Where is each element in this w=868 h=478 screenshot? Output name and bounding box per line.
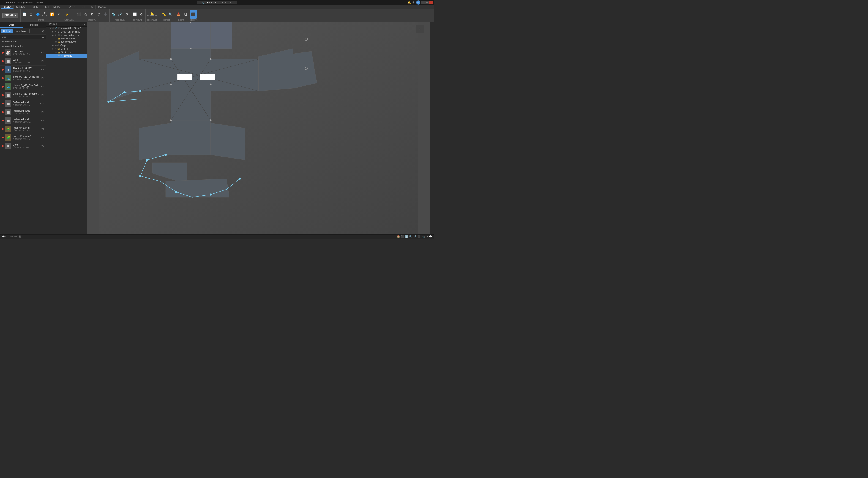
design-dropdown[interactable]: DESIGN ▾ [2, 13, 18, 18]
eye-icon[interactable]: 👁 [58, 55, 60, 57]
eye-icon[interactable]: 👁 [55, 31, 57, 33]
browser-item-bodies[interactable]: ▶ 👁 ▣ Bodies [46, 47, 87, 51]
eye-icon[interactable]: 👁 [55, 48, 57, 50]
tab-solid[interactable]: SOLID [1, 5, 13, 9]
list-item[interactable]: ◼ Lundi 4/22/2024 10:16 PM V1 [0, 57, 45, 65]
tab-utilities[interactable]: UTILITIES [79, 5, 95, 9]
tab-mesh[interactable]: MESH [30, 5, 42, 9]
automate-group-label[interactable]: AUTOMATE ▾ [63, 19, 74, 21]
motion-study-btn[interactable]: ⚙ [124, 10, 130, 19]
fillet-btn[interactable]: ◔ [83, 10, 89, 19]
tab-data[interactable]: Data [0, 22, 23, 28]
user-avatar[interactable]: MF [416, 0, 420, 5]
folder-item-new[interactable]: ▶ New Folder [0, 39, 45, 44]
eye-icon[interactable]: 👁 [55, 34, 57, 36]
eye-icon[interactable]: 👁 [52, 27, 54, 30]
joint-btn[interactable]: 🔗 [117, 10, 123, 19]
view-settings-icon[interactable]: ⚙ [426, 235, 428, 238]
combine-btn[interactable]: ➕ [102, 10, 109, 19]
close-button[interactable]: ✕ [429, 1, 433, 4]
tab-people[interactable]: People [23, 22, 46, 28]
browser-item-named-views[interactable]: — 👁 ▣ Named Views [46, 37, 87, 40]
automate-btn[interactable]: ⚡ [63, 10, 70, 19]
nav-cube[interactable]: ⬛ [415, 25, 424, 38]
construct-group-label[interactable]: CONSTRUCT ▾ [146, 19, 159, 21]
chamfer-btn[interactable]: ◩ [89, 10, 95, 19]
shell-btn[interactable]: ⬡ [96, 10, 102, 19]
browser-collapse-icon[interactable]: ⊳ [81, 23, 83, 25]
display-mode-icon[interactable]: ⬛ [417, 235, 421, 238]
measure-btn[interactable]: 📏 [161, 10, 167, 19]
panel-gear-icon[interactable]: ⚙ [42, 30, 45, 33]
list-item[interactable]: 👟 platform3_v10_ShoeSolid 6/7/2024 6:35 … [0, 74, 45, 83]
modify-group-label[interactable]: MODIFY ▾ [76, 19, 109, 21]
list-item[interactable]: ◼ PhantomAUGUST 8/14/2024 5:30 PM V2 [0, 65, 45, 74]
create-group-label[interactable]: CREATE ▾ [21, 19, 62, 21]
browser-item-selection-sets[interactable]: — 👁 ▣ Selection Sets [46, 40, 87, 44]
tab-plastic[interactable]: PLASTIC [64, 5, 79, 9]
list-item[interactable]: ◼ platform3_v10_ShoeSolid recoveed 6/22/… [0, 91, 45, 99]
home-icon[interactable]: 🏠 [397, 235, 400, 238]
revolve-btn[interactable]: 🔁 [49, 10, 55, 19]
tab-manage[interactable]: MANAGE [95, 5, 111, 9]
list-item[interactable]: ◼ Puffinheadmold3 4/28/2024 11:01 AM V7 [0, 116, 45, 125]
notification-icon[interactable]: 🔔 [407, 1, 411, 4]
press-pull-btn[interactable]: ⬛ [76, 10, 82, 19]
eye-icon[interactable]: 👁 [55, 44, 57, 47]
orbit-icon[interactable]: 🔃 [405, 235, 408, 238]
config-table-btn[interactable]: 📊 [132, 10, 138, 19]
extrude-btn[interactable]: ⬆Extrude [41, 10, 49, 19]
zoom-out-icon[interactable]: 🔎 [413, 235, 416, 238]
document-tab[interactable]: ⬡ PhantomAUGUST v3* ✕ [197, 1, 238, 4]
browser-item-config[interactable]: ▶ 👁 ⬛ Configuration 1 ▾ [46, 33, 87, 37]
construct-plane-btn[interactable]: 📐CONSTRUCT - [146, 10, 159, 19]
browser-item-doc-settings[interactable]: ▶ 👁 ⚙ Document Settings [46, 30, 87, 33]
create-sketch-btn[interactable]: ◻ [28, 10, 34, 19]
tab-surface[interactable]: SURFACE [13, 5, 30, 9]
folder-item-new1[interactable]: ▶ New Folder ( 1 ) [0, 44, 45, 49]
browser-dots-icon[interactable]: ● [84, 23, 85, 25]
configure-group-label[interactable]: CONFIGURE ▾ [132, 19, 145, 21]
insert-group-label[interactable]: INSERT ▾ [176, 19, 188, 21]
list-item[interactable]: ◼ Puffinheadmold 4/23/2024 5:05 PM V11 [0, 99, 45, 108]
comments-label[interactable]: COMMENTS [5, 236, 18, 238]
camera-icon[interactable]: 📷 [422, 235, 425, 238]
select-group-label[interactable]: SELECT ▾ [190, 19, 198, 21]
viewport[interactable]: ⬛ [87, 22, 430, 234]
assemble-group-label[interactable]: ASSEMBLE ▾ [111, 19, 130, 21]
new-folder-button[interactable]: New Folder [14, 29, 30, 33]
close-tab-icon[interactable]: ✕ [230, 1, 231, 4]
eye-icon[interactable]: 👁 [55, 37, 57, 40]
browser-item-sketch1[interactable]: — 👁 ✏ Sketch1 [46, 54, 87, 58]
nav-cube-box[interactable]: ⬛ [416, 25, 424, 33]
browser-item-origin[interactable]: ▶ 👁 ✛ Origin [46, 44, 87, 47]
list-item[interactable]: 🎲 chocolate 4/23/2024 5:41 PM V1 [0, 49, 45, 57]
restore-button[interactable]: ⧉ [425, 1, 429, 4]
upload-button[interactable]: Upload [1, 29, 13, 33]
create-form-btn[interactable]: 🔷 [35, 10, 41, 19]
eye-icon[interactable]: 👁 [55, 41, 57, 43]
minimize-button[interactable]: − [421, 1, 425, 4]
eye-icon[interactable]: 👁 [55, 51, 57, 54]
new-component-btn[interactable]: 🔩 [111, 10, 117, 19]
list-item[interactable]: ◼ shoe 6/4/2024 3:07 PM V1 [0, 142, 45, 150]
sweep-btn[interactable]: ↗ [55, 10, 62, 19]
insert-svg-btn[interactable]: 🖼 [182, 10, 188, 19]
list-item[interactable]: 🧩 Puzzle Phantom 4/30/2024 5:32 PM V2 [0, 125, 45, 133]
config-dropdown[interactable]: ▾ [78, 34, 79, 36]
zoom-fit-icon[interactable]: ⬛ [401, 235, 404, 238]
list-item[interactable]: 👟 platform3_v10_ShoeSolid 6/7/2024 6:37 … [0, 83, 45, 91]
tab-sheet-metal[interactable]: SHEET METAL [42, 5, 64, 9]
insert-mesh-btn[interactable]: 📥 [176, 10, 182, 19]
chat-icon[interactable]: 💬 [429, 235, 432, 238]
list-item[interactable]: ◼ Puffinheadmold2 4/24/2024 4:12 PM V1 [0, 108, 45, 116]
settings-icon[interactable]: ⚙ [412, 1, 415, 4]
section-settings-icon[interactable]: ☰ [42, 35, 44, 38]
browser-item-doc[interactable]: ▼ 👁 ⬡ PhantomAUGUST v3* [46, 27, 87, 30]
interference-btn[interactable]: 🔍 [167, 10, 174, 19]
select-btn[interactable]: ⬛ [190, 10, 196, 19]
config-settings-btn[interactable]: ⚙ [138, 10, 145, 19]
inspect-group-label[interactable]: INSPECT ▾ [161, 19, 174, 21]
create-new-component-btn[interactable]: 📄 [21, 10, 28, 19]
zoom-in-icon[interactable]: 🔍 [409, 235, 412, 238]
